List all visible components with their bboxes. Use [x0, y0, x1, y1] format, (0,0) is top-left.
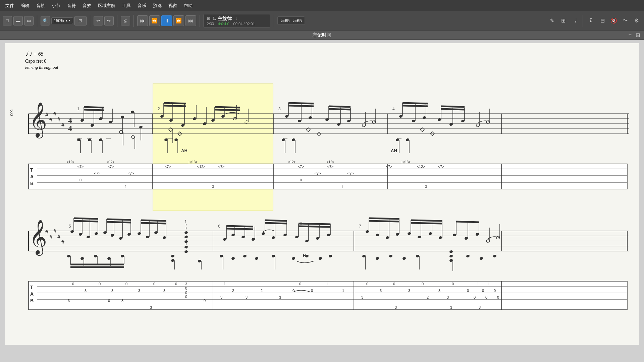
- svg-point-319: [449, 250, 453, 253]
- horizontal-view-btn[interactable]: ▬: [13, 16, 23, 25]
- tempo-display: ♩= 65 ♩= 65: [277, 16, 305, 25]
- rewind-btn[interactable]: ⏪: [149, 15, 160, 26]
- menu-help[interactable]: 帮助: [181, 1, 195, 10]
- svg-point-109: [422, 116, 426, 119]
- svg-text:0: 0: [292, 289, 294, 293]
- svg-text:3: 3: [278, 107, 281, 111]
- print-btn[interactable]: 🖨: [121, 16, 130, 25]
- svg-point-188: [78, 233, 83, 236]
- menu-measure[interactable]: 小节: [49, 1, 63, 10]
- svg-text:0: 0: [153, 282, 155, 286]
- metronome-icon[interactable]: 𝅘𝅥: [570, 16, 579, 25]
- svg-text:0: 0: [311, 289, 313, 293]
- menu-edit[interactable]: 编辑: [18, 1, 32, 10]
- svg-point-186: [70, 230, 74, 233]
- svg-line-215: [141, 223, 166, 224]
- svg-line-205: [107, 222, 131, 223]
- svg-point-305: [475, 233, 479, 236]
- menu-tools[interactable]: 工具: [119, 1, 133, 10]
- svg-text:1<13>: 1<13>: [188, 161, 198, 164]
- svg-point-278: [328, 254, 332, 258]
- zoom-icon[interactable]: 🔍: [41, 16, 50, 25]
- svg-point-192: [94, 232, 98, 235]
- svg-text:B: B: [30, 181, 34, 186]
- undo-btn[interactable]: ↩: [94, 16, 103, 25]
- multi-page-view-btn[interactable]: ▭: [24, 16, 34, 25]
- menu-file[interactable]: 文件: [3, 1, 17, 10]
- menu-music[interactable]: 音乐: [135, 1, 149, 10]
- menu-preview[interactable]: 预览: [150, 1, 164, 10]
- svg-point-240: [223, 238, 227, 241]
- menu-note[interactable]: 音符: [64, 1, 78, 10]
- svg-point-52: [169, 119, 173, 122]
- svg-text:<7>: <7>: [327, 165, 334, 169]
- menu-effect[interactable]: 音效: [80, 1, 94, 10]
- settings-icon[interactable]: ⚙: [632, 16, 641, 25]
- divider-4: [133, 15, 134, 27]
- svg-point-277: [318, 257, 322, 260]
- svg-point-119: [476, 124, 480, 127]
- svg-point-99: [281, 138, 285, 141]
- svg-text:0: 0: [452, 282, 454, 286]
- let-ring-text: let ring throughout: [25, 65, 58, 70]
- time-sig-display: 4:0:4.0: [218, 22, 229, 26]
- svg-text:1<13>: 1<13>: [401, 161, 411, 164]
- svg-point-262: [316, 237, 320, 240]
- score-content: ♩ ♩ = 65 Capo fret 6 let ring throughout…: [5, 43, 639, 345]
- svg-point-271: [243, 254, 247, 258]
- svg-point-196: [103, 231, 107, 234]
- svg-text:0: 0: [175, 282, 177, 286]
- svg-line-107: [402, 103, 428, 104]
- svg-text:T: T: [30, 285, 33, 290]
- svg-line-93: [329, 109, 351, 110]
- svg-text:0: 0: [125, 282, 127, 286]
- score-area[interactable]: ♩ ♩ = 65 Capo fret 6 let ring throughout…: [0, 40, 644, 362]
- svg-point-229: [107, 257, 111, 260]
- menu-bar: 文件 编辑 音轨 小节 音符 音效 区域主解 工具 音乐 预览 视窗 帮助: [0, 0, 644, 11]
- single-page-view-btn[interactable]: □: [3, 16, 12, 25]
- zoom-control[interactable]: 150% ▲▼: [51, 17, 73, 24]
- redo-btn[interactable]: ↪: [104, 16, 114, 25]
- svg-point-287: [395, 233, 399, 236]
- svg-point-225: [80, 257, 84, 260]
- system-2: 𝄞 # # # # # 5 6 7: [12, 204, 632, 315]
- pause-btn[interactable]: ⏸: [161, 15, 172, 26]
- rewind-start-btn[interactable]: ⏮: [137, 15, 148, 26]
- pencil-icon[interactable]: ✎: [547, 16, 556, 25]
- svg-line-82: [288, 103, 314, 104]
- fit-page-btn[interactable]: ⊡: [74, 16, 87, 25]
- svg-point-46: [88, 138, 92, 141]
- svg-point-190: [86, 235, 90, 239]
- title-expand-btn[interactable]: ⊞: [634, 32, 641, 38]
- mixer-icon[interactable]: ⊞: [558, 16, 568, 25]
- svg-point-283: [375, 233, 379, 237]
- forward-btn[interactable]: ⏩: [173, 15, 184, 26]
- title-close-btn[interactable]: +: [627, 32, 633, 38]
- svg-text:3: 3: [246, 295, 248, 299]
- forward-end-btn[interactable]: ⏭: [185, 15, 196, 26]
- svg-point-272: [255, 257, 259, 260]
- svg-point-103: [399, 115, 403, 118]
- svg-point-101: [291, 138, 296, 141]
- speaker-icon[interactable]: 🔇: [609, 16, 619, 25]
- waveform-icon[interactable]: 〜: [621, 16, 630, 25]
- menu-view[interactable]: 视窗: [166, 1, 180, 10]
- svg-point-312: [362, 254, 366, 258]
- system-1: 𝄞 # # # # # 4 4 1 2 3: [12, 87, 632, 194]
- svg-point-206: [137, 232, 141, 235]
- svg-line-307: [456, 222, 479, 222]
- svg-text:<12>: <12>: [288, 161, 296, 164]
- microphone-icon[interactable]: 🎙: [586, 16, 596, 25]
- menu-track[interactable]: 音轨: [34, 1, 48, 10]
- svg-point-124: [395, 138, 399, 141]
- svg-line-55: [164, 106, 186, 106]
- svg-text:2: 2: [261, 289, 263, 293]
- svg-text:1: 1: [341, 185, 343, 189]
- score-title: 忘记时间: [313, 32, 331, 38]
- svg-point-316: [402, 257, 406, 260]
- menu-region[interactable]: 区域主解: [95, 1, 118, 10]
- svg-point-94: [362, 124, 366, 127]
- columns-icon[interactable]: ⊟: [598, 16, 607, 25]
- svg-text:2: 2: [158, 107, 160, 111]
- svg-line-67: [215, 107, 240, 108]
